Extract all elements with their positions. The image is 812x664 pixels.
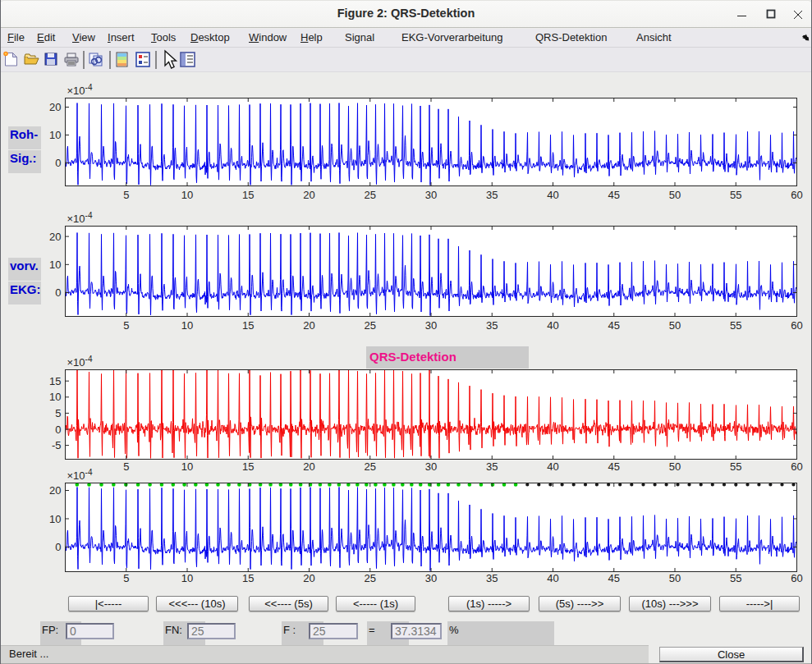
svg-text:20: 20 <box>303 572 314 584</box>
svg-text:0: 0 <box>55 286 61 299</box>
svg-text:10: 10 <box>181 460 193 473</box>
svg-text:45: 45 <box>608 319 620 332</box>
svg-text:-5: -5 <box>52 439 62 451</box>
svg-text:20: 20 <box>49 231 61 243</box>
svg-text:30: 30 <box>425 189 437 201</box>
svg-text:40: 40 <box>547 572 558 584</box>
svg-text:×10-4: ×10-4 <box>67 355 93 369</box>
svg-text:20: 20 <box>303 319 314 332</box>
svg-text:35: 35 <box>486 189 498 201</box>
svg-text:35: 35 <box>486 572 498 584</box>
svg-text:10: 10 <box>181 319 193 332</box>
svg-text:60: 60 <box>791 319 802 332</box>
svg-text:25: 25 <box>365 572 376 584</box>
svg-text:60: 60 <box>791 189 802 201</box>
svg-text:20: 20 <box>49 484 61 497</box>
svg-text:10: 10 <box>49 513 61 525</box>
svg-text:15: 15 <box>242 189 254 201</box>
svg-text:0: 0 <box>55 541 61 553</box>
svg-text:50: 50 <box>669 460 681 473</box>
svg-text:0: 0 <box>55 157 61 169</box>
svg-text:20: 20 <box>49 101 61 113</box>
svg-text:×10-4: ×10-4 <box>67 211 93 225</box>
svg-text:55: 55 <box>730 572 741 584</box>
svg-text:50: 50 <box>669 189 681 201</box>
svg-text:5: 5 <box>123 319 129 332</box>
svg-text:55: 55 <box>730 189 741 201</box>
svg-text:×10-4: ×10-4 <box>67 83 93 97</box>
svg-text:20: 20 <box>303 189 314 201</box>
svg-text:×10-4: ×10-4 <box>67 468 93 482</box>
svg-text:10: 10 <box>181 572 193 584</box>
svg-text:25: 25 <box>365 460 376 473</box>
svg-text:50: 50 <box>669 572 681 584</box>
svg-text:20: 20 <box>303 460 314 473</box>
svg-text:15: 15 <box>242 460 254 473</box>
svg-text:55: 55 <box>730 319 741 332</box>
svg-text:15: 15 <box>242 319 254 332</box>
svg-text:15: 15 <box>49 375 61 387</box>
svg-text:40: 40 <box>547 189 558 201</box>
svg-text:35: 35 <box>486 460 498 473</box>
svg-text:30: 30 <box>425 460 437 473</box>
svg-text:5: 5 <box>123 189 129 201</box>
svg-text:5: 5 <box>123 572 129 584</box>
svg-text:30: 30 <box>425 319 437 332</box>
svg-text:10: 10 <box>49 259 61 271</box>
svg-text:35: 35 <box>486 319 498 332</box>
svg-text:40: 40 <box>547 460 558 473</box>
svg-text:55: 55 <box>730 460 741 473</box>
svg-text:25: 25 <box>365 189 376 201</box>
svg-text:10: 10 <box>49 129 61 141</box>
svg-text:40: 40 <box>547 319 558 332</box>
svg-text:15: 15 <box>242 572 254 584</box>
svg-text:60: 60 <box>791 572 802 584</box>
svg-text:5: 5 <box>55 407 61 419</box>
svg-text:45: 45 <box>608 572 620 584</box>
svg-text:25: 25 <box>365 319 376 332</box>
svg-text:50: 50 <box>669 319 681 332</box>
svg-text:10: 10 <box>49 391 61 403</box>
svg-text:0: 0 <box>55 424 61 436</box>
svg-text:45: 45 <box>608 189 620 201</box>
svg-text:10: 10 <box>181 189 193 201</box>
svg-text:5: 5 <box>123 460 129 473</box>
svg-text:60: 60 <box>791 460 802 473</box>
svg-text:30: 30 <box>425 572 437 584</box>
svg-text:45: 45 <box>608 460 620 473</box>
